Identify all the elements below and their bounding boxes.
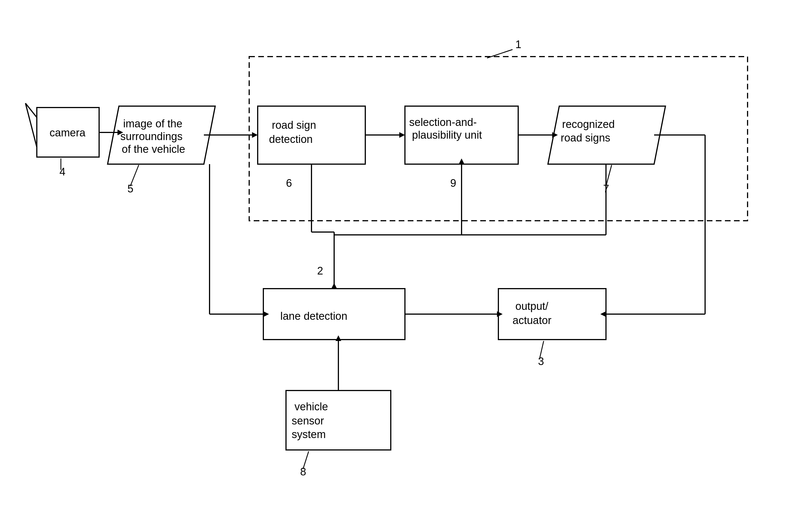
arrow-rrs-to-spu-feedback xyxy=(459,158,464,164)
arrow-img-to-ld xyxy=(263,311,269,317)
arrow-rrs-to-oa xyxy=(600,311,606,317)
arrow-rsd-to-spu xyxy=(399,132,405,138)
arrow-ld-to-oa xyxy=(497,311,503,317)
svg-line-0 xyxy=(487,50,513,58)
output-label-1: output/ xyxy=(515,300,549,312)
output-label-2: actuator xyxy=(513,315,552,326)
label-3: 3 xyxy=(538,356,544,367)
vss-label-1: vehicle xyxy=(295,401,328,413)
arrow-rsd-down xyxy=(331,283,337,289)
vss-label-3: system xyxy=(292,429,326,440)
label-4: 4 xyxy=(59,166,66,178)
system-boundary-box xyxy=(249,57,747,221)
arrow-vss-to-ld xyxy=(335,335,341,341)
label-6: 6 xyxy=(286,177,292,189)
image-surroundings-label-1: image of the xyxy=(123,118,182,130)
image-surroundings-label-2: surroundings xyxy=(121,130,183,142)
diagram-container: 1 camera 4 image of the surroundings of … xyxy=(0,0,794,532)
rrs-label-2: road signs xyxy=(561,132,610,144)
rrs-label-1: recognized xyxy=(562,118,615,130)
lane-detection-label: lane detection xyxy=(280,310,348,322)
rsd-label-2: detection xyxy=(269,133,313,145)
label-2: 2 xyxy=(317,265,323,277)
vss-label-2: sensor xyxy=(292,415,324,427)
output-actuator-box xyxy=(498,289,606,340)
arrow-img-to-rsd xyxy=(252,132,258,138)
label-5: 5 xyxy=(127,183,133,195)
label-9: 9 xyxy=(450,177,456,189)
rsd-label-1: road sign xyxy=(272,119,316,131)
svg-line-4 xyxy=(130,165,139,186)
image-surroundings-label-3: of the vehicle xyxy=(122,143,185,155)
spu-label-2: plausibility unit xyxy=(412,129,482,141)
spu-label-1: selection-and- xyxy=(409,116,477,128)
label-1: 1 xyxy=(515,38,521,50)
camera-label: camera xyxy=(50,127,86,139)
svg-marker-2 xyxy=(25,103,37,147)
